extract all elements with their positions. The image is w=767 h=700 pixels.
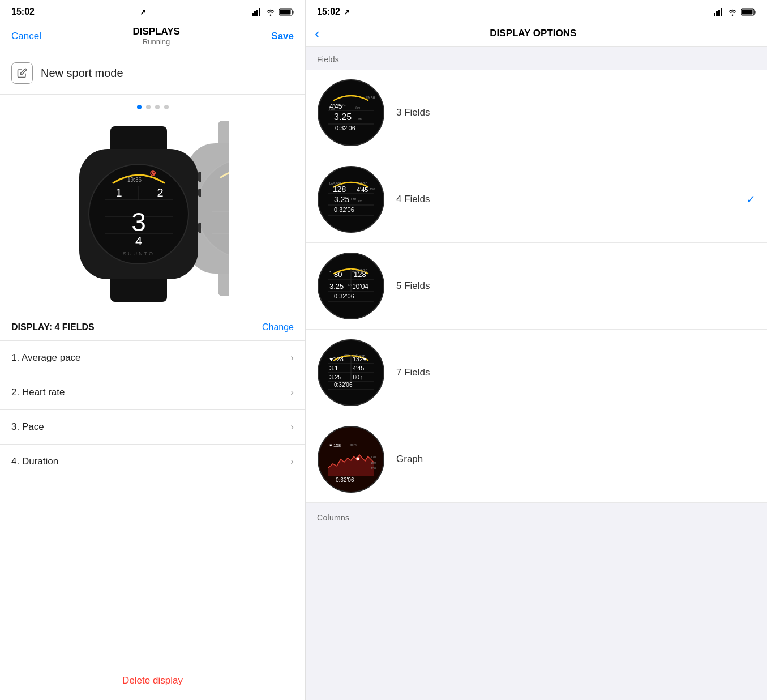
right-location-icon: ↗ [344,8,350,16]
svg-text:3.25: 3.25 [329,374,341,381]
battery-icon [279,8,294,16]
field-1-chevron: › [290,352,294,364]
svg-text:3.1: 3.1 [329,365,338,372]
option-7-fields[interactable]: 19:36 ♥128 132♥ 3.1 4'45 3.25 [306,330,767,416]
nav-title-main: DISPLAYS [132,26,179,37]
field-2-label: 2. Heart rate [11,387,65,398]
svg-text:19:36: 19:36 [358,182,368,186]
option-5-fields[interactable]: 19:36 80 ♥ 128 AVG 3.25 LAP AVG 10'04 [306,243,767,330]
option-4-fields[interactable]: 19:36 LAP AVG 128 4'45 AVG 3.25 LAP km 0… [306,156,767,243]
preview-3-fields: 19:36 LAP AVG 4'45 /km LAP 3.25 km 0:32'… [317,79,385,147]
svg-rect-35 [714,13,715,16]
svg-rect-36 [716,11,718,16]
columns-section-header: Columns [306,505,767,528]
svg-text:0:32'06: 0:32'06 [334,293,354,300]
watch-main: 19:36 1 2 3 4 SUUNTO [76,126,201,291]
field-2-chevron: › [290,387,294,398]
preview-graph: ♥ 158 bpm 170 150 130 0:32'06 [317,425,385,493]
svg-text:19:36: 19:36 [365,96,375,100]
sport-mode-row[interactable]: New sport mode [0,52,305,95]
field-item-4[interactable]: 4. Duration › [0,445,305,479]
display-header: DISPLAY: 4 FIELDS Change [0,313,305,341]
left-panel: 15:02 ↗ Cancel [0,0,306,700]
option-4-fields-label: 4 Fields [396,194,430,205]
svg-text:km: km [358,117,362,121]
change-button[interactable]: Change [262,322,294,332]
page-dots [0,95,305,115]
left-nav-bar: Cancel DISPLAYS Running Save [0,22,305,52]
display-fields-title: DISPLAY: 4 FIELDS [11,322,95,332]
preview-7-fields: 19:36 ♥128 132♥ 3.1 4'45 3.25 [317,339,385,407]
field-4-label: 4. Duration [11,456,58,467]
svg-rect-41 [742,10,753,14]
svg-rect-2 [256,10,258,16]
field-item-2[interactable]: 2. Heart rate › [0,375,305,410]
field-item-1[interactable]: 1. Average pace › [0,341,305,375]
option-3-fields-label: 3 Fields [396,107,430,118]
svg-rect-40 [755,11,756,14]
option-graph[interactable]: ♥ 158 bpm 170 150 130 0:32'06 G [306,416,767,503]
option-graph-label-area: Graph [396,454,756,465]
cancel-button[interactable]: Cancel [11,31,41,42]
dot-2 [146,105,151,109]
svg-rect-37 [718,10,720,16]
svg-text:19:36: 19:36 [127,177,142,183]
svg-text:4: 4 [135,234,142,248]
svg-text:AVG: AVG [344,353,349,356]
svg-text:3.25: 3.25 [329,282,344,291]
svg-text:150: 150 [371,461,376,464]
svg-text:0:32'06: 0:32'06 [335,125,355,131]
option-5-fields-label: 5 Fields [396,280,430,292]
svg-text:♥ 158: ♥ 158 [329,443,341,448]
svg-text:1: 1 [115,186,122,199]
svg-text:132♥: 132♥ [353,356,367,362]
fields-section-header: Fields [306,47,767,70]
svg-rect-0 [252,13,254,16]
svg-text:AVG: AVG [352,270,358,273]
svg-text:LAP: LAP [351,198,357,201]
svg-rect-1 [254,11,256,16]
right-status-icons [714,8,756,16]
option-7-fields-label: 7 Fields [396,367,430,378]
left-status-bar: 15:02 ↗ [0,0,305,22]
watch-container: 19:36 1 2 3 4 SUUNTO [0,115,305,313]
field-item-3[interactable]: 3. Pace › [0,410,305,445]
edit-icon [11,62,33,84]
left-status-icons [252,8,294,16]
svg-text:170: 170 [371,455,376,459]
nav-title-sub: Running [132,37,179,46]
svg-point-103 [356,457,359,460]
right-nav-bar: ‹ DISPLAY OPTIONS [306,22,767,47]
option-4-fields-label-area: 4 Fields ✓ [396,193,756,206]
delete-display-button[interactable]: Delete display [0,661,305,700]
svg-text:SUUNTO: SUUNTO [123,251,155,257]
nav-title: DISPLAYS Running [132,26,179,46]
option-3-fields-label-area: 3 Fields [396,107,756,118]
svg-text:80↑: 80↑ [353,374,363,381]
svg-text:km: km [358,199,362,203]
left-location-icon: ↗ [140,8,146,16]
dot-3 [155,105,160,109]
sport-mode-label: New sport mode [41,67,123,80]
svg-text:LAP: LAP [329,108,335,111]
option-3-fields[interactable]: 19:36 LAP AVG 4'45 /km LAP 3.25 km 0:32'… [306,70,767,156]
right-nav-title: DISPLAY OPTIONS [325,28,741,39]
svg-rect-12 [198,223,201,233]
save-button[interactable]: Save [271,31,294,42]
svg-text:AVG: AVG [370,187,375,191]
svg-text:0:32'06: 0:32'06 [334,206,354,213]
svg-text:3.25: 3.25 [334,195,349,204]
svg-text:♥: ♥ [329,270,331,273]
svg-rect-10 [198,172,201,182]
left-time: 15:02 [11,7,35,17]
right-signal-icon [714,8,724,16]
svg-text:3.25: 3.25 [334,112,352,122]
svg-text:3: 3 [131,207,146,237]
fields-list: 1. Average pace › 2. Heart rate › 3. Pac… [0,341,305,661]
svg-rect-6 [280,10,290,14]
back-button[interactable]: ‹ [315,26,320,41]
option-7-fields-label-area: 7 Fields [396,367,756,378]
preview-5-fields: 19:36 80 ♥ 128 AVG 3.25 LAP AVG 10'04 [317,252,385,320]
options-list: 19:36 LAP AVG 4'45 /km LAP 3.25 km 0:32'… [306,70,767,503]
signal-icon [252,8,262,16]
